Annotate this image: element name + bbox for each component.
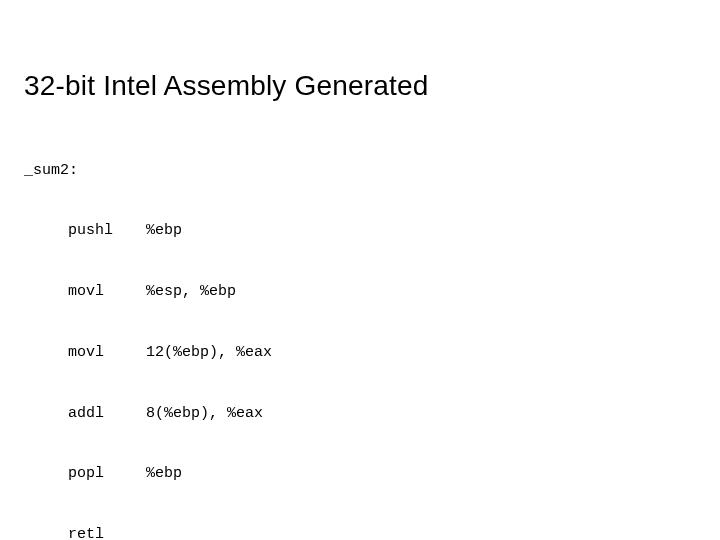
asm-op: retl bbox=[68, 525, 146, 540]
asm-op: addl bbox=[68, 404, 146, 424]
asm-op: movl bbox=[68, 282, 146, 302]
asm-label: _sum2: bbox=[24, 161, 696, 181]
asm-line: addl8(%ebp), %eax bbox=[24, 404, 696, 424]
asm-op: pushl bbox=[68, 221, 146, 241]
asm-op: movl bbox=[68, 343, 146, 363]
asm-arg: 12(%ebp), %eax bbox=[146, 343, 696, 363]
asm-line: popl%ebp bbox=[24, 464, 696, 484]
asm-line: retl bbox=[24, 525, 696, 540]
asm-op: popl bbox=[68, 464, 146, 484]
code-block-sum2: _sum2: pushl%ebp movl%esp, %ebp movl12(%… bbox=[24, 120, 696, 540]
slide: 32-bit Intel Assembly Generated _sum2: p… bbox=[0, 0, 720, 540]
asm-line: pushl%ebp bbox=[24, 221, 696, 241]
asm-arg bbox=[146, 525, 696, 540]
page-title: 32-bit Intel Assembly Generated bbox=[24, 70, 696, 102]
asm-arg: %ebp bbox=[146, 221, 696, 241]
asm-line: movl12(%ebp), %eax bbox=[24, 343, 696, 363]
asm-line: movl%esp, %ebp bbox=[24, 282, 696, 302]
asm-arg: %esp, %ebp bbox=[146, 282, 696, 302]
asm-arg: 8(%ebp), %eax bbox=[146, 404, 696, 424]
asm-arg: %ebp bbox=[146, 464, 696, 484]
